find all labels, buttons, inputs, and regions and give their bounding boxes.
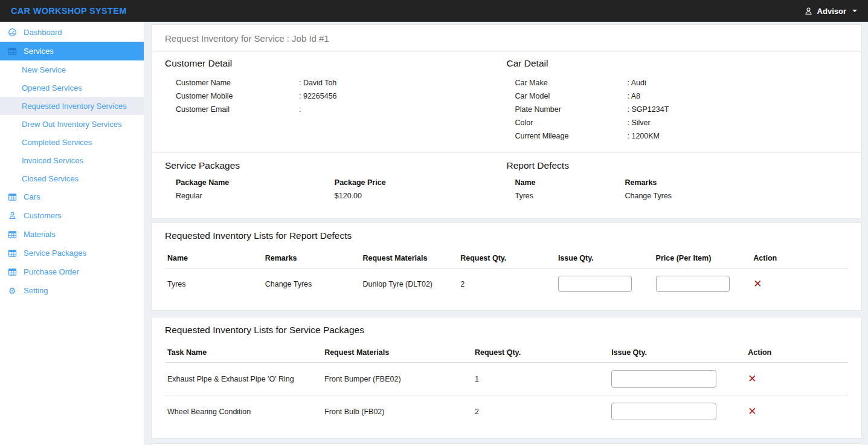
- sidebar-item-label: Purchase Order: [24, 267, 79, 276]
- column-header: Request Materials: [322, 343, 472, 363]
- column-header: Remarks: [625, 178, 848, 187]
- table-header-row: Name Remarks Request Materials Request Q…: [165, 248, 848, 268]
- sidebar-item-dashboard[interactable]: Dashboard: [0, 23, 144, 42]
- user-icon: [804, 7, 813, 16]
- column-header: Remarks: [263, 248, 361, 268]
- name-cell: Tyres: [165, 268, 263, 300]
- packages-defects-section: Service Packages Package Name Package Pr…: [152, 153, 861, 218]
- defects-inventory-card: Requested Inventory Lists for Report Def…: [151, 223, 862, 311]
- detail-label: Customer Name: [165, 79, 299, 87]
- sidebar-subitem-invoiced-services[interactable]: Invoiced Services: [0, 151, 144, 169]
- detail-label: Customer Mobile: [165, 92, 299, 100]
- column-header: Name: [165, 248, 263, 268]
- sidebar-subitem-requested-inventory-services[interactable]: Requested Inventory Services: [0, 97, 144, 115]
- sidebar-item-service-packages[interactable]: Service Packages: [0, 244, 144, 262]
- price-per-item-input[interactable]: [656, 276, 730, 292]
- sidebar-item-label: Dashboard: [24, 28, 62, 37]
- sidebar-subitem-completed-services[interactable]: Completed Services: [0, 133, 144, 151]
- detail-row: Color : Silver: [507, 116, 849, 129]
- task-name-cell: Wheel Bearing Condition: [165, 395, 322, 428]
- sidebar-item-customers[interactable]: Customers: [0, 206, 144, 225]
- sidebar-item-materials[interactable]: Materials: [0, 225, 144, 244]
- detail-value: : A8: [628, 92, 641, 100]
- request-materials-cell: Front Bulb (FB02): [322, 395, 472, 428]
- table-icon: [7, 47, 17, 56]
- column-header: Request Materials: [360, 248, 458, 268]
- column-header: Package Price: [335, 178, 507, 187]
- issue-qty-input[interactable]: [611, 370, 716, 388]
- detail-value: :: [299, 105, 301, 114]
- sidebar-item-label: Cars: [24, 192, 40, 201]
- detail-label: Color: [507, 119, 628, 127]
- sidebar-item-cars[interactable]: Cars: [0, 187, 144, 206]
- user-dropdown[interactable]: Advisor: [804, 7, 857, 16]
- user-label: Advisor: [817, 7, 846, 16]
- request-qty-cell: 2: [458, 268, 556, 300]
- sidebar-item-label: Services: [24, 47, 54, 56]
- sidebar-item-label: Service Packages: [24, 248, 86, 258]
- car-detail-heading: Car Detail: [507, 58, 849, 69]
- issue-qty-input[interactable]: [611, 403, 716, 420]
- detail-value: : 92265456: [299, 92, 337, 100]
- delete-row-icon[interactable]: ✕: [748, 406, 756, 417]
- sidebar-item-services[interactable]: Services: [0, 42, 144, 60]
- package-name-cell: Regular: [176, 192, 335, 200]
- issue-qty-input[interactable]: [558, 276, 632, 292]
- sidebar-subitem-opened-services[interactable]: Opened Services: [0, 79, 144, 97]
- sidebar-subitem-new-service[interactable]: New Service: [0, 60, 144, 79]
- defects-inventory-table: Name Remarks Request Materials Request Q…: [165, 248, 848, 299]
- detail-value: : David Toh: [299, 79, 336, 87]
- column-header: Action: [745, 343, 848, 363]
- remarks-cell: Change Tyres: [263, 268, 361, 300]
- defects-inventory-heading: Requested Inventory Lists for Report Def…: [165, 230, 848, 241]
- table-icon: [7, 267, 17, 277]
- detail-label: Plate Number: [507, 105, 628, 114]
- report-defects-heading: Report Defects: [507, 160, 849, 171]
- request-materials-cell: Dunlop Tyre (DLT02): [360, 268, 458, 300]
- delete-row-icon[interactable]: ✕: [753, 279, 762, 289]
- detail-label: Car Model: [507, 92, 628, 100]
- column-header: Request Qty.: [458, 248, 556, 268]
- table-row: Tyres Change Tyres Dunlop Tyre (DLT02) 2…: [165, 268, 848, 300]
- request-qty-cell: 1: [472, 363, 609, 395]
- column-header: Request Qty.: [472, 343, 609, 363]
- column-header: Action: [751, 248, 848, 268]
- delete-row-icon[interactable]: ✕: [748, 374, 756, 384]
- table-icon: [7, 192, 17, 202]
- car-detail-section: Car Detail Car Make : Audi Car Model : A…: [507, 58, 849, 143]
- main-content: Request Inventory for Service : Job Id #…: [151, 24, 862, 445]
- task-name-cell: Exhaust Pipe & Exhaust Pipe 'O' Ring: [165, 363, 322, 395]
- report-defects-table: Name Remarks Tyres Change Tyres: [507, 178, 849, 200]
- detail-row: Car Make : Audi: [507, 76, 849, 89]
- defect-remarks-cell: Change Tyres: [625, 192, 848, 200]
- column-header: Package Name: [176, 178, 335, 187]
- table-row: Exhaust Pipe & Exhaust Pipe 'O' Ring Fro…: [165, 363, 848, 395]
- report-defects-section: Report Defects Name Remarks Tyres Change…: [507, 160, 849, 200]
- sidebar-subitem-closed-services[interactable]: Closed Services: [0, 169, 144, 187]
- packages-inventory-table: Task Name Request Materials Request Qty.…: [165, 343, 848, 427]
- sidebar-item-purchase-order[interactable]: Purchase Order: [0, 262, 144, 281]
- sidebar-subitem-drew-out-inventory-services[interactable]: Drew Out Inventory Services: [0, 115, 144, 133]
- gear-icon: ⚙: [7, 286, 17, 296]
- column-header: Issue Qty.: [556, 248, 654, 268]
- request-materials-cell: Front Bumper (FBE02): [322, 363, 472, 395]
- sidebar-item-setting[interactable]: ⚙ Setting: [0, 281, 144, 300]
- dashboard-icon: [7, 28, 17, 37]
- sidebar: Dashboard Services New Service Opened Se…: [0, 22, 144, 445]
- service-detail-card: Request Inventory for Service : Job Id #…: [151, 24, 862, 219]
- packages-inventory-heading: Requested Inventory Lists for Service Pa…: [165, 325, 848, 336]
- column-header: Price (Per Item): [654, 248, 751, 268]
- page-title: Request Inventory for Service : Job Id #…: [152, 25, 861, 52]
- detail-value: : 1200KM: [628, 132, 660, 140]
- detail-row: Customer Email :: [165, 103, 507, 116]
- table-row: Wheel Bearing Condition Front Bulb (FB02…: [165, 395, 848, 428]
- detail-row: Customer Name : David Toh: [165, 76, 507, 89]
- detail-row: Car Model : A8: [507, 89, 849, 103]
- defect-name-cell: Tyres: [515, 192, 625, 200]
- services-submenu: New Service Opened Services Requested In…: [0, 60, 144, 187]
- detail-row: Plate Number : SGP1234T: [507, 103, 849, 116]
- app-title[interactable]: CAR WORKSHOP SYSTEM: [11, 6, 127, 16]
- detail-value: : SGP1234T: [628, 105, 669, 114]
- table-icon: [7, 230, 17, 239]
- service-packages-heading: Service Packages: [165, 160, 507, 171]
